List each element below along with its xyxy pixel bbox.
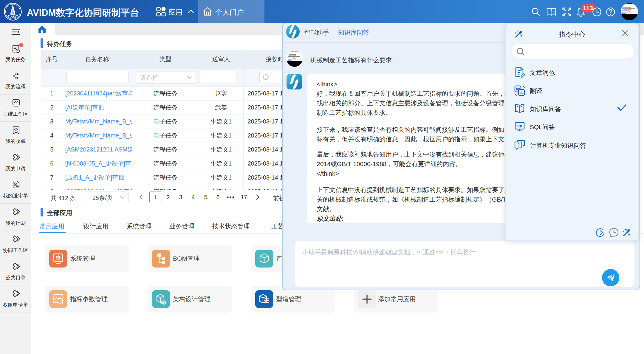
svg-text:?: ? — [517, 143, 520, 147]
svg-text:SQL: SQL — [516, 124, 523, 128]
svg-text:CASC: CASC — [8, 15, 18, 18]
svg-text:A: A — [520, 91, 523, 95]
